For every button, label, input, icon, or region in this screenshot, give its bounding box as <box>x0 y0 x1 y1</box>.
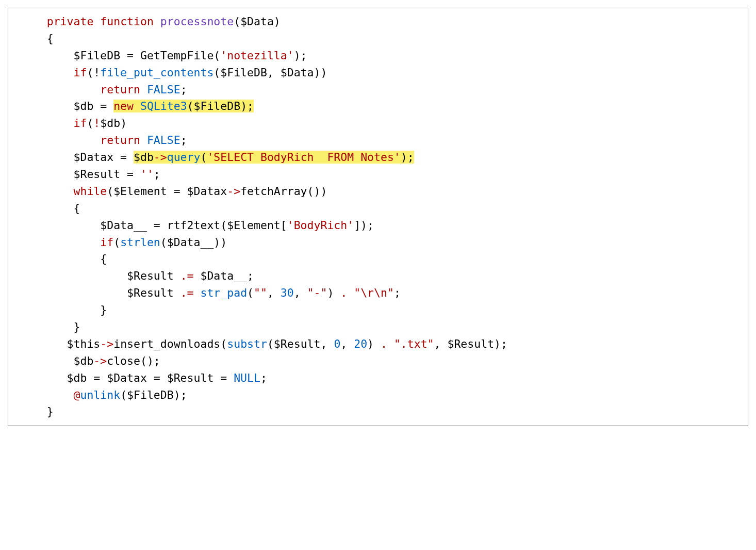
op-arrow: -> <box>227 185 240 198</box>
keyword-if: if <box>74 66 87 79</box>
string-literal: "\r\n" <box>354 286 394 299</box>
class-sqlite3: SQLite3 <box>140 100 187 112</box>
code-text: ($FileDB); <box>120 389 187 401</box>
const-false: FALSE <box>147 134 180 147</box>
method-close: close <box>107 354 140 367</box>
var: $db <box>67 354 94 367</box>
builtin-strlen: strlen <box>120 236 160 249</box>
keyword-new: new <box>113 100 134 112</box>
op-arrow: -> <box>154 151 167 164</box>
string-literal: "-" <box>307 286 327 299</box>
code-line: $Datax = $db->query('SELECT BodyRich FRO… <box>13 149 743 166</box>
op-concat: . <box>340 286 347 299</box>
brace: } <box>47 405 54 418</box>
code-line: $Data__ = rtf2text($Element['BodyRich'])… <box>13 217 743 234</box>
code-text: , $Result); <box>434 337 507 350</box>
keyword-return: return <box>100 83 140 96</box>
highlight: new SQLite3($FileDB); <box>113 100 254 112</box>
paren: ( <box>247 286 254 299</box>
string-literal: ".txt" <box>394 337 434 350</box>
code-text: $Datax = <box>74 151 134 164</box>
paren: ( <box>113 236 120 249</box>
code-text: $Result <box>127 269 180 282</box>
space <box>387 337 394 350</box>
code-line: $Result = ''; <box>13 166 743 183</box>
keyword-function: function <box>100 15 154 28</box>
code-line: if(strlen($Data__)) <box>13 234 743 251</box>
function-name: processnote <box>160 15 234 28</box>
keyword-private: private <box>47 15 94 28</box>
semi: ; <box>260 371 267 384</box>
code-text: $FileDB = GetTempFile( <box>74 49 221 62</box>
code-text: ($Element = $Datax <box>107 185 227 198</box>
op-concat-assign: .= <box>180 269 194 282</box>
string-literal: 'SELECT BodyRich FROM Notes' <box>207 151 400 164</box>
highlight: $db->query('SELECT BodyRich FROM Notes')… <box>134 151 414 164</box>
brace: { <box>74 202 80 215</box>
code-text: (); <box>140 354 160 367</box>
builtin-unlink: unlink <box>80 389 120 401</box>
keyword-return: return <box>100 134 140 147</box>
space <box>67 389 74 401</box>
method-insert: insert_downloads <box>113 337 220 350</box>
keyword-if: if <box>74 117 87 130</box>
code-text: ($FileDB, $Data)) <box>213 66 327 79</box>
code-text: $Data__ = rtf2text($Element[ <box>100 219 287 232</box>
brace: { <box>100 252 107 265</box>
op-arrow: -> <box>100 337 113 350</box>
brace: { <box>47 32 54 45</box>
semi: ; <box>394 286 401 299</box>
brace: } <box>100 303 107 316</box>
op-arrow: -> <box>93 354 107 367</box>
paren: ( <box>200 151 207 164</box>
string-literal: 'BodyRich' <box>287 219 354 232</box>
semi: ; <box>154 168 160 181</box>
number: 0 <box>334 337 340 350</box>
code-text: $db = <box>74 100 114 112</box>
op-suppress: @ <box>74 389 80 401</box>
const-null: NULL <box>234 371 260 384</box>
code-line: } <box>13 302 743 319</box>
number: 30 <box>281 286 294 299</box>
code-text: ()) <box>307 185 327 198</box>
paren: ) <box>367 337 381 350</box>
code-line: { <box>13 200 743 217</box>
code-text: (! <box>87 66 100 79</box>
space <box>347 286 354 299</box>
comma: , <box>294 286 307 299</box>
builtin-strpad: str_pad <box>200 286 247 299</box>
var: $db <box>134 151 154 164</box>
code-line: return FALSE; <box>13 82 743 99</box>
keyword-while: while <box>74 185 107 198</box>
op-not: ! <box>93 117 100 130</box>
string-literal: "" <box>254 286 267 299</box>
string-literal: '' <box>140 168 154 181</box>
code-text: $Result = <box>74 168 140 181</box>
builtin-substr: substr <box>227 337 267 350</box>
code-line: { <box>13 30 743 47</box>
op-concat-assign: .= <box>180 286 194 299</box>
code-text: $db) <box>100 117 127 130</box>
code-text: ($Result, <box>267 337 334 350</box>
keyword-if: if <box>100 236 113 249</box>
const-false: FALSE <box>147 83 180 96</box>
code-text: ($FileDB); <box>187 100 254 112</box>
code-line: $Result .= $Data__; <box>13 268 743 285</box>
code-line: { <box>13 251 743 268</box>
code-line: $db = $Datax = $Result = NULL; <box>13 370 743 387</box>
space <box>140 83 147 96</box>
code-text: ]); <box>354 219 374 232</box>
paren: ( <box>220 337 227 350</box>
var: $this <box>67 337 101 350</box>
string-literal: 'notezilla' <box>220 49 293 62</box>
code-line: $FileDB = GetTempFile('notezilla'); <box>13 47 743 64</box>
code-line: if(!$db) <box>13 115 743 132</box>
brace: } <box>74 320 80 333</box>
method-fetcharray: fetchArray <box>240 185 307 198</box>
code-line: return FALSE; <box>13 132 743 149</box>
space <box>140 134 147 147</box>
code-text: ); <box>294 49 307 62</box>
code-block: private function processnote($Data) { $F… <box>8 8 748 426</box>
semi: ; <box>180 134 187 147</box>
code-line: while($Element = $Datax->fetchArray()) <box>13 183 743 200</box>
